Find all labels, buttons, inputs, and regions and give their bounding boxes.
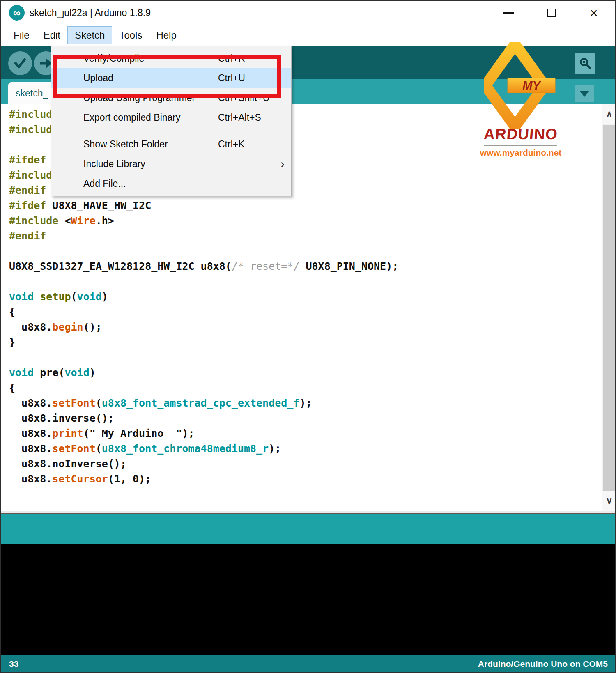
logo-url-text: www.myarduino.net <box>480 148 562 158</box>
code-line: u8x8.setFont(u8x8_font_amstrad_cpc_exten… <box>9 395 602 411</box>
maximize-button[interactable] <box>530 1 572 25</box>
diamond-logo-icon: MY <box>484 42 558 129</box>
cursor-line-number: 33 <box>1 659 18 669</box>
chevron-up-icon: ∧ <box>606 109 612 119</box>
code-line: #ifdef U8X8_HAVE_HW_I2C <box>9 198 602 213</box>
arduino-ide-window: ∞ sketch_jul22a | Arduino 1.8.9 × FileEd… <box>0 0 616 673</box>
editor-console-divider <box>1 511 615 514</box>
code-line: u8x8.noInverse(); <box>9 456 602 471</box>
code-line: u8x8.print(" My Arduino "); <box>9 426 602 441</box>
code-line: u8x8.setCursor(1, 0); <box>9 471 602 487</box>
title-bar: ∞ sketch_jul22a | Arduino 1.8.9 × <box>1 1 615 25</box>
code-line: #endif <box>9 228 602 243</box>
scroll-up-button[interactable]: ∧ <box>602 104 616 124</box>
logo-rule <box>484 145 557 146</box>
code-line: void setup(void) <box>9 289 602 304</box>
scroll-down-button[interactable]: ∨ <box>602 491 616 511</box>
menu-item-label: Export compiled Binary <box>83 112 181 123</box>
menu-item-shortcut: Ctrl+Alt+S <box>218 112 261 123</box>
submenu-arrow-icon: › <box>280 157 285 171</box>
code-line: { <box>9 304 602 319</box>
close-icon: × <box>590 6 598 20</box>
tab-sketch[interactable]: sketch_ <box>8 82 56 104</box>
magnifier-icon <box>579 57 592 70</box>
code-line: { <box>9 380 602 395</box>
status-strip <box>1 514 615 544</box>
status-bar: 33 Arduino/Genuino Uno on COM5 <box>1 655 615 672</box>
code-line <box>9 350 602 365</box>
menu-item-include-library[interactable]: Include Library› <box>51 154 291 174</box>
code-line <box>9 274 602 289</box>
board-port-status: Arduino/Genuino Uno on COM5 <box>478 659 615 669</box>
menubar-item-file[interactable]: File <box>7 27 37 44</box>
close-button[interactable]: × <box>572 1 615 25</box>
menu-item-show-sketch-folder[interactable]: Show Sketch FolderCtrl+K <box>51 134 291 154</box>
code-line: u8x8.begin(); <box>9 319 602 335</box>
window-controls: × <box>487 1 615 25</box>
code-line: } <box>9 335 602 350</box>
check-icon <box>13 57 27 69</box>
scrollbar-thumb[interactable] <box>603 125 615 492</box>
code-line: u8x8.inverse(); <box>9 411 602 426</box>
verify-button[interactable] <box>8 51 32 75</box>
logo-brand-text: ARDUINO <box>479 126 563 143</box>
annotation-red-box <box>53 55 281 98</box>
menubar-item-help[interactable]: Help <box>149 27 183 44</box>
window-title: sketch_jul22a | Arduino 1.8.9 <box>30 7 151 18</box>
chevron-down-icon <box>579 91 589 97</box>
console-output <box>1 544 615 655</box>
menubar-item-edit[interactable]: Edit <box>37 27 67 44</box>
minimize-icon <box>503 12 514 14</box>
menu-item-label: Include Library <box>83 158 145 170</box>
arduino-app-icon: ∞ <box>9 5 25 21</box>
editor-scrollbar[interactable]: ∧ ∨ <box>602 104 616 511</box>
code-line: U8X8_SSD1327_EA_W128128_HW_I2C u8x8(/* r… <box>9 259 602 274</box>
maximize-icon <box>547 9 556 17</box>
menu-item-add-file[interactable]: Add File... <box>51 174 291 193</box>
menu-item-label: Add File... <box>83 178 126 189</box>
code-line: void pre(void) <box>9 365 602 380</box>
tab-list-button[interactable] <box>575 85 594 102</box>
code-line: #include <Wire.h> <box>9 213 602 228</box>
chevron-down-icon: ∨ <box>606 496 612 506</box>
myarduino-logo: MY ARDUINO www.myarduino.net <box>480 42 562 161</box>
serial-monitor-button[interactable] <box>575 53 595 74</box>
menu-item-export-compiled-binary[interactable]: Export compiled BinaryCtrl+Alt+S <box>51 108 291 127</box>
menu-item-label: Show Sketch Folder <box>83 139 168 150</box>
menu-item-shortcut: Ctrl+K <box>218 139 245 150</box>
logo-my-text: MY <box>522 79 541 92</box>
code-line <box>9 243 602 259</box>
minimize-button[interactable] <box>487 1 530 25</box>
menubar-item-tools[interactable]: Tools <box>112 27 149 44</box>
menu-separator <box>83 131 286 131</box>
code-line: u8x8.setFont(u8x8_font_chroma48medium8_r… <box>9 441 602 456</box>
menubar-item-sketch[interactable]: Sketch <box>67 26 112 44</box>
